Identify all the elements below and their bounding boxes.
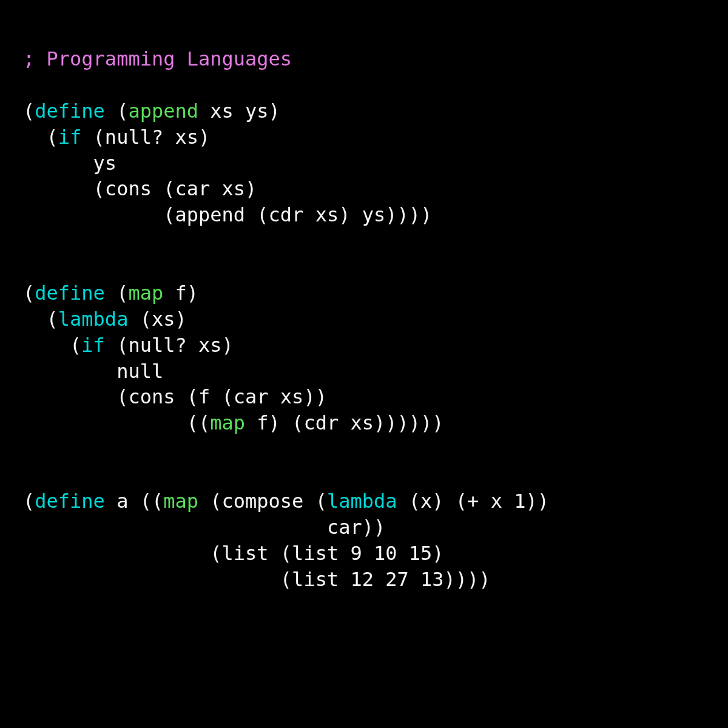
id-cons: cons [105,177,152,200]
id-nullq: null? [105,126,163,149]
id-xs: xs [210,99,234,123]
id-x: x [420,490,432,513]
paren: ( [23,99,35,123]
id-list: list [222,542,269,565]
keyword-define: define [35,99,105,123]
id-compose: compose [222,490,304,513]
keyword-lambda: lambda [58,308,129,331]
id-f: f [175,281,186,305]
comment-line: ; Programming Languages [23,47,292,70]
id-car: car [175,177,210,200]
id-cdr: cdr [269,203,304,226]
id-null: null [116,360,163,383]
keyword-if: if [58,126,82,149]
code-editor: ; Programming Languages (define (append … [0,0,728,592]
fn-append: append [128,99,198,123]
id-plus: + [467,490,479,513]
num-1: 1 [514,490,525,513]
fn-map: map [128,281,163,305]
id-a: a [116,490,128,513]
id-ys: ys [245,99,269,123]
